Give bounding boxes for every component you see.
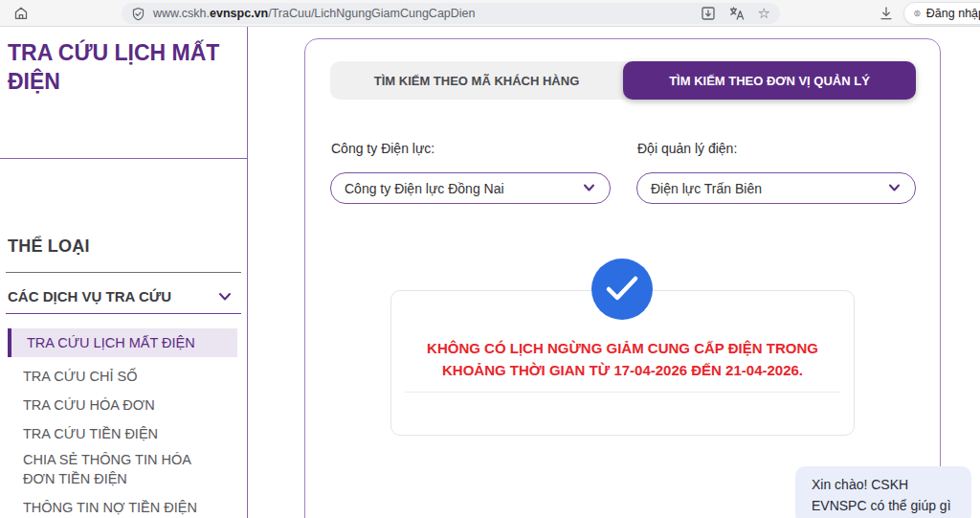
- sidebar-item-tra-cuu-tien-dien[interactable]: TRA CỨU TIỀN ĐIỆN: [8, 425, 237, 444]
- home-icon[interactable]: [13, 6, 29, 21]
- browser-toolbar: www.cskh.evnspc.vn/TraCuu/LichNgungGiamC…: [0, 0, 980, 27]
- chevron-down-icon: [887, 182, 902, 194]
- downloads-icon[interactable]: [879, 6, 894, 21]
- tab-search-by-management-unit[interactable]: TÌM KIẾM THEO ĐƠN VỊ QUẢN LÝ: [623, 61, 916, 100]
- sidebar-category-heading: THỂ LOẠI: [8, 236, 90, 257]
- user-avatar-icon: [914, 6, 921, 21]
- url-domain: evnspc.vn: [210, 7, 268, 20]
- company-select-value: Công ty Điện lực Đồng Nai: [345, 181, 504, 196]
- sidebar-vertical-divider: [247, 27, 248, 518]
- sidebar-item-chia-se-thong-tin[interactable]: CHIA SẺ THÔNG TIN HÓA ĐƠN TIỀN ĐIỆN: [8, 451, 224, 488]
- chat-greeting-text: Xin chào! CSKH EVNSPC có thể giúp gì cho…: [812, 475, 965, 518]
- sidebar-group-heading[interactable]: CÁC DỊCH VỤ TRA CỨU: [8, 288, 171, 304]
- site-security-icon[interactable]: [131, 7, 145, 21]
- team-select[interactable]: Điện lực Trấn Biên: [636, 172, 916, 204]
- sidebar-divider: [0, 158, 247, 159]
- sidebar-divider: [6, 272, 241, 273]
- bookmark-star-icon[interactable]: ☆: [758, 6, 770, 21]
- company-select-label: Công ty Điện lực:: [331, 141, 434, 156]
- translate-icon[interactable]: [729, 6, 745, 21]
- address-bar[interactable]: www.cskh.evnspc.vn/TraCuu/LichNgungGiamC…: [122, 3, 780, 24]
- login-label: Đăng nhập: [926, 7, 980, 20]
- page-title: TRA CỨU LỊCH MẤT ĐIỆN: [8, 38, 237, 97]
- team-select-label: Đội quản lý điện:: [637, 141, 737, 156]
- url-prefix: www.cskh.: [153, 7, 210, 20]
- sidebar-item-tra-cuu-lich-mat-dien[interactable]: TRA CỨU LỊCH MẤT ĐIỆN: [8, 328, 237, 357]
- chevron-down-icon[interactable]: [217, 290, 233, 304]
- no-outage-message: KHÔNG CÓ LỊCH NGỪNG GIẢM CUNG CẤP ĐIỆN T…: [407, 337, 839, 382]
- url-text[interactable]: www.cskh.evnspc.vn/TraCuu/LichNgungGiamC…: [153, 7, 476, 20]
- save-page-icon[interactable]: [701, 6, 716, 21]
- card-divider: [405, 392, 840, 393]
- company-select[interactable]: Công ty Điện lực Đồng Nai: [330, 172, 611, 204]
- sidebar-item-tra-cuu-chi-so[interactable]: TRA CỨU CHỈ SỐ: [8, 368, 237, 387]
- sidebar-item-tra-cuu-hoa-don[interactable]: TRA CỨU HÓA ĐƠN: [8, 396, 237, 416]
- team-select-value: Điện lực Trấn Biên: [651, 181, 762, 196]
- tab-search-by-customer-code[interactable]: TÌM KIẾM THEO MÃ KHÁCH HÀNG: [330, 61, 623, 100]
- chat-greeting-bubble[interactable]: Xin chào! CSKH EVNSPC có thể giúp gì cho…: [795, 466, 971, 518]
- login-button[interactable]: Đăng nhập: [903, 2, 980, 25]
- sidebar-item-thong-tin-no[interactable]: THÔNG TIN NỢ TIỀN ĐIỆN: [8, 499, 237, 518]
- success-check-icon: [591, 259, 653, 320]
- chevron-down-icon: [582, 182, 596, 194]
- url-path: /TraCuu/LichNgungGiamCungCapDien: [268, 7, 475, 20]
- sidebar-divider: [6, 313, 241, 314]
- search-tabbar: TÌM KIẾM THEO MÃ KHÁCH HÀNG TÌM KIẾM THE…: [330, 61, 916, 100]
